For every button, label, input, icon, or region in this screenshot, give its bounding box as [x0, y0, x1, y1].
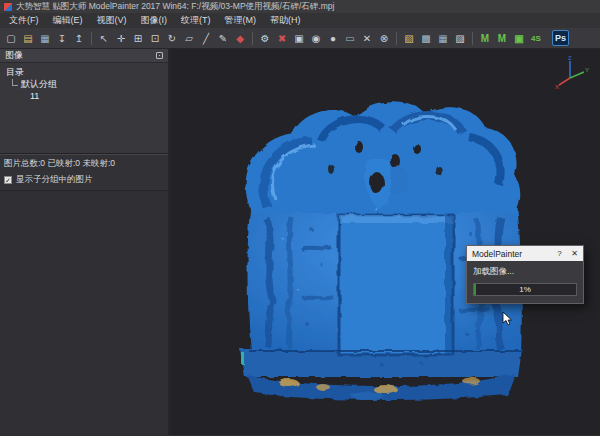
axis-y-label: Y: [585, 67, 589, 73]
tree-item-image[interactable]: 11: [30, 90, 168, 102]
image-panel-title: 图像: [5, 49, 23, 62]
loading-dialog: ModelPainter ? ✕ 加载图像... 1%: [466, 245, 584, 304]
cube-map-icon[interactable]: ▩: [418, 30, 434, 46]
zoom-fit-icon[interactable]: ⊡: [147, 30, 163, 46]
texture-camera-icon[interactable]: ▣: [511, 30, 527, 46]
menu-item-manage[interactable]: 管理(M): [218, 13, 264, 28]
image-stats: 图片总数:0 已映射:0 未映射:0: [0, 155, 168, 172]
menubar: 文件(F) 编辑(E) 视图(V) 图像(I) 纹理(T) 管理(M) 帮助(H…: [0, 13, 600, 28]
image-panel: 图像 目录 默认分组 11 图片总数:0 已映射:0 未映射:0 ✓ 显示子分: [0, 49, 168, 435]
import-image-icon[interactable]: ↧: [54, 30, 70, 46]
viewport-3d[interactable]: Z Y X ModelPainter ? ✕ 加载图像... 1%: [171, 49, 600, 435]
titlebar[interactable]: 大势智慧 贴图大师 ModelPainter 2017 Win64: F:/视频…: [0, 0, 600, 13]
toolbar: ▢ ▤ ▦ ↧ ↥ ↖ ✛ ⊞ ⊡ ↻ ▱ ╱ ✎ ◆ ⚙ ✖ ▣ ◉ ● ▭ …: [0, 28, 600, 49]
loading-message: 加载图像...: [473, 266, 577, 278]
mesh-grid-icon[interactable]: ▦: [435, 30, 451, 46]
draw-tool-icon[interactable]: ✎: [215, 30, 231, 46]
toolbar-separator: [396, 32, 397, 45]
menu-item-view[interactable]: 视图(V): [90, 13, 134, 28]
show-subgroup-images-label: 显示子分组中的图片: [16, 174, 93, 186]
tree-item-root[interactable]: 目录: [6, 66, 168, 78]
menu-item-file[interactable]: 文件(F): [2, 13, 46, 28]
dialog-titlebar[interactable]: ModelPainter ? ✕: [467, 246, 583, 261]
toolbar-separator: [472, 32, 473, 45]
close-tool-icon[interactable]: ✕: [359, 30, 375, 46]
texture-swatch-icon[interactable]: ▨: [452, 30, 468, 46]
axis-x-label: X: [555, 84, 559, 90]
save-icon[interactable]: ▦: [37, 30, 53, 46]
material-sphere-icon[interactable]: ●: [325, 30, 341, 46]
menu-item-texture[interactable]: 纹理(T): [174, 13, 218, 28]
menu-item-help[interactable]: 帮助(H): [263, 13, 308, 28]
map-texture-alt-icon[interactable]: M: [494, 30, 510, 46]
image-tree: 目录 默认分组 11: [0, 63, 168, 153]
rotate-view-icon[interactable]: ↻: [164, 30, 180, 46]
image-panel-header: 图像: [0, 49, 168, 63]
image-list-empty-area: [0, 190, 168, 435]
record-camera-icon[interactable]: ◉: [308, 30, 324, 46]
progress-percent-label: 1%: [474, 284, 576, 295]
tree-connector: [12, 79, 18, 86]
export-image-icon[interactable]: ↥: [71, 30, 87, 46]
axis-z-label: Z: [568, 55, 572, 61]
content-area: 图像 目录 默认分组 11 图片总数:0 已映射:0 未映射:0 ✓ 显示子分: [0, 49, 600, 435]
select-arrow-icon[interactable]: ↖: [96, 30, 112, 46]
dialog-body: 加载图像... 1%: [467, 261, 583, 303]
pin-icon[interactable]: [156, 52, 163, 59]
show-subgroup-images-option[interactable]: ✓ 显示子分组中的图片: [0, 172, 168, 190]
tree-item-group[interactable]: 默认分组: [12, 78, 168, 90]
stone-tablet-model: [171, 49, 600, 435]
toolbar-separator: [252, 32, 253, 45]
marker-tool-icon[interactable]: ◆: [232, 30, 248, 46]
remove-circle-icon[interactable]: ⊗: [376, 30, 392, 46]
zoom-window-icon[interactable]: ⊞: [130, 30, 146, 46]
dialog-close-button[interactable]: ✕: [568, 248, 581, 260]
snapshot-camera-icon[interactable]: ▣: [291, 30, 307, 46]
open-folder-icon[interactable]: ▤: [20, 30, 36, 46]
box-projection-icon[interactable]: ▧: [401, 30, 417, 46]
axis-gizmo: Z Y X: [554, 54, 590, 90]
dialog-help-button[interactable]: ?: [553, 248, 566, 260]
new-file-icon[interactable]: ▢: [3, 30, 19, 46]
menu-item-edit[interactable]: 编辑(E): [46, 13, 90, 28]
s4-tool-icon[interactable]: 4S: [528, 30, 544, 46]
app-logo-icon: [4, 3, 12, 11]
dialog-title: ModelPainter: [472, 249, 551, 259]
delete-icon[interactable]: ✖: [274, 30, 290, 46]
settings-gear-icon[interactable]: ⚙: [257, 30, 273, 46]
show-subgroup-images-checkbox[interactable]: ✓: [4, 176, 12, 184]
pan-icon[interactable]: ✛: [113, 30, 129, 46]
progress-bar: 1%: [473, 283, 577, 296]
toolbar-separator: [91, 32, 92, 45]
line-tool-icon[interactable]: ╱: [198, 30, 214, 46]
region-select-icon[interactable]: ▱: [181, 30, 197, 46]
photoshop-icon[interactable]: Ps: [552, 30, 569, 46]
app-window: 大势智慧 贴图大师 ModelPainter 2017 Win64: F:/视频…: [0, 0, 600, 436]
menu-item-image[interactable]: 图像(I): [134, 13, 175, 28]
map-texture-icon[interactable]: M: [477, 30, 493, 46]
window-title: 大势智慧 贴图大师 ModelPainter 2017 Win64: F:/视频…: [16, 1, 334, 13]
monitor-icon[interactable]: ▭: [342, 30, 358, 46]
